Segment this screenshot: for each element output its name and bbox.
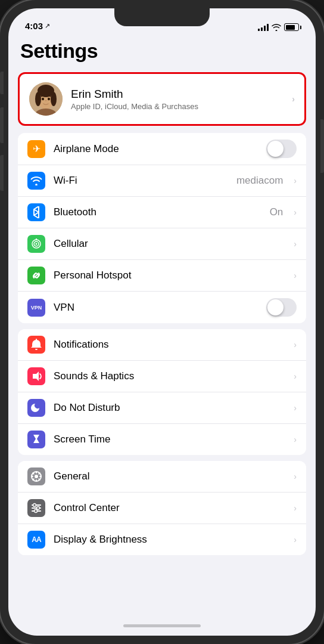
notifications-chevron: › [294, 340, 297, 349]
hotspot-label: Personal Hotspot [54, 270, 283, 281]
mute-button[interactable] [0, 72, 4, 94]
notch [114, 8, 210, 26]
do-not-disturb-chevron: › [294, 403, 297, 413]
bluetooth-chevron: › [294, 208, 297, 217]
screen-time-chevron: › [294, 435, 297, 444]
vpn-toggle[interactable] [266, 298, 297, 317]
page-header: Settings [8, 35, 316, 72]
bluetooth-icon [27, 203, 45, 221]
sounds-row[interactable]: Sounds & Haptics › [18, 361, 306, 392]
profile-subtitle: Apple ID, iCloud, Media & Purchases [71, 102, 284, 111]
battery-icon [284, 23, 299, 31]
avatar [29, 82, 63, 116]
profile-name: Erin Smith [71, 88, 284, 101]
do-not-disturb-row[interactable]: Do Not Disturb › [18, 392, 306, 424]
cellular-icon [27, 235, 45, 253]
battery-fill [286, 25, 295, 30]
settings-group-notifications: Notifications › Sounds & Haptics › [18, 329, 306, 455]
profile-card[interactable]: Erin Smith Apple ID, iCloud, Media & Pur… [18, 72, 306, 126]
airplane-mode-icon: ✈ [27, 140, 45, 158]
location-icon: ↗ [45, 22, 50, 30]
wifi-chevron: › [294, 176, 297, 185]
notifications-label: Notifications [54, 339, 283, 351]
home-bar [123, 624, 201, 627]
signal-bars [258, 24, 269, 31]
svg-line-22 [39, 479, 39, 479]
svg-line-21 [33, 473, 33, 473]
home-indicator [8, 615, 316, 636]
general-icon [27, 467, 45, 485]
vpn-row[interactable]: VPN VPN [18, 292, 306, 323]
power-button[interactable] [320, 119, 324, 173]
settings-group-general: General › [18, 461, 306, 555]
display-brightness-row[interactable]: AA Display & Brightness › [18, 524, 306, 555]
screen-time-label: Screen Time [54, 434, 283, 445]
sounds-icon [27, 367, 45, 385]
settings-group-connectivity: ✈ Airplane Mode Wi-Fi media [18, 133, 306, 323]
airplane-mode-toggle[interactable] [266, 140, 297, 158]
signal-bar-2 [261, 27, 263, 31]
profile-info: Erin Smith Apple ID, iCloud, Media & Pur… [71, 88, 284, 111]
general-chevron: › [294, 472, 297, 481]
wifi-icon [27, 172, 45, 190]
phone-screen: 4:03 ↗ [8, 8, 316, 636]
general-row[interactable]: General › [18, 461, 306, 493]
screen-time-row[interactable]: Screen Time › [18, 424, 306, 455]
bluetooth-label: Bluetooth [54, 206, 261, 218]
svg-point-30 [35, 510, 38, 513]
profile-chevron: › [292, 94, 295, 104]
wifi-label: Wi-Fi [54, 175, 228, 187]
display-brightness-icon: AA [27, 531, 45, 549]
scroll-content[interactable]: Settings [8, 35, 316, 615]
svg-point-26 [33, 504, 36, 507]
svg-point-7 [42, 98, 44, 100]
page-title: Settings [20, 39, 304, 63]
status-icons [258, 23, 299, 31]
control-center-chevron: › [294, 503, 297, 513]
signal-bar-3 [264, 26, 266, 31]
svg-line-24 [33, 479, 33, 479]
airplane-mode-row[interactable]: ✈ Airplane Mode [18, 133, 306, 165]
general-label: General [54, 470, 283, 482]
screen-time-icon [27, 431, 45, 448]
vpn-icon: VPN [27, 299, 45, 317]
svg-line-23 [39, 473, 39, 473]
avatar-image [29, 82, 63, 116]
bluetooth-value: On [270, 206, 284, 218]
control-center-row[interactable]: Control Center › [18, 493, 306, 524]
notifications-icon [27, 336, 45, 354]
signal-bar-1 [258, 29, 260, 31]
personal-hotspot-row[interactable]: Personal Hotspot › [18, 260, 306, 292]
svg-point-12 [36, 243, 38, 245]
notifications-row[interactable]: Notifications › [18, 329, 306, 361]
svg-marker-14 [33, 371, 39, 381]
phone-frame: 4:03 ↗ [0, 0, 324, 644]
hotspot-chevron: › [294, 271, 297, 280]
do-not-disturb-icon [27, 399, 45, 417]
svg-point-28 [37, 507, 40, 510]
control-center-icon [27, 499, 45, 517]
sounds-chevron: › [294, 371, 297, 381]
volume-down-button[interactable] [0, 155, 4, 191]
sounds-label: Sounds & Haptics [54, 370, 283, 382]
vpn-label: VPN [54, 302, 258, 314]
svg-point-8 [48, 98, 50, 100]
bluetooth-row[interactable]: Bluetooth On › [18, 197, 306, 228]
cellular-row[interactable]: Cellular › [18, 228, 306, 260]
control-center-label: Control Center [54, 502, 283, 514]
wifi-status-icon [272, 24, 281, 31]
wifi-row[interactable]: Wi-Fi mediacom › [18, 165, 306, 197]
cellular-chevron: › [294, 239, 297, 249]
svg-point-16 [35, 475, 38, 478]
display-brightness-chevron: › [294, 535, 297, 544]
svg-point-6 [38, 86, 54, 97]
wifi-value: mediacom [236, 175, 283, 187]
cellular-label: Cellular [54, 238, 283, 250]
status-time: 4:03 [25, 21, 43, 31]
display-brightness-label: Display & Brightness [54, 534, 283, 546]
volume-up-button[interactable] [0, 107, 4, 143]
airplane-mode-label: Airplane Mode [54, 143, 258, 155]
do-not-disturb-label: Do Not Disturb [54, 402, 283, 414]
hotspot-icon [27, 267, 45, 284]
profile-card-wrapper: Erin Smith Apple ID, iCloud, Media & Pur… [8, 72, 316, 133]
